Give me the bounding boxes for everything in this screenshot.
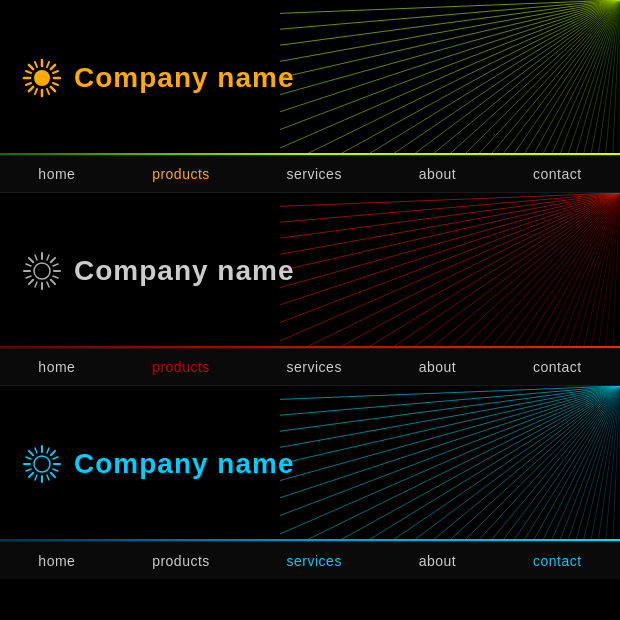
svg-line-56 <box>35 62 37 67</box>
bottom-line-green <box>0 153 620 155</box>
svg-line-61 <box>47 62 49 67</box>
svg-point-169 <box>34 456 50 472</box>
svg-line-50 <box>29 64 33 68</box>
svg-line-116 <box>26 264 31 266</box>
svg-line-114 <box>51 257 55 261</box>
logo-area-3: Company name <box>20 442 295 486</box>
wave-bg-green <box>280 0 620 155</box>
svg-line-177 <box>29 472 33 476</box>
logo-icon-cyan <box>20 442 64 486</box>
svg-line-121 <box>53 264 58 266</box>
nav-bar-1: home products services about contact <box>0 155 620 193</box>
nav-bar-3: home products services about contact <box>0 541 620 579</box>
svg-line-144 <box>316 386 620 541</box>
svg-line-176 <box>51 450 55 454</box>
nav-products-2[interactable]: products <box>144 355 218 379</box>
svg-line-23 <box>287 0 620 155</box>
svg-line-180 <box>35 448 37 453</box>
svg-line-154 <box>280 386 620 453</box>
logo-area-2: Company name <box>20 249 295 293</box>
svg-line-182 <box>26 469 31 471</box>
svg-line-20 <box>316 0 620 155</box>
company-name-2: Company name <box>74 255 295 287</box>
svg-line-51 <box>51 86 55 90</box>
svg-line-60 <box>35 89 37 94</box>
svg-line-120 <box>26 276 31 278</box>
svg-line-181 <box>47 475 49 480</box>
svg-line-95 <box>280 193 620 208</box>
svg-point-107 <box>34 263 50 279</box>
company-name-1: Company name <box>74 62 295 94</box>
nav-services-3[interactable]: services <box>279 549 350 573</box>
bottom-line-red <box>0 346 620 348</box>
svg-line-33 <box>280 0 620 15</box>
svg-line-112 <box>29 257 33 261</box>
svg-line-174 <box>29 450 33 454</box>
wave-bg-cyan <box>280 386 620 541</box>
svg-line-30 <box>280 0 620 67</box>
logo-icon-red <box>20 249 64 293</box>
svg-line-119 <box>47 282 49 287</box>
svg-line-85 <box>287 193 620 348</box>
svg-line-55 <box>53 83 58 85</box>
svg-point-45 <box>34 70 50 86</box>
nav-home-1[interactable]: home <box>30 162 83 186</box>
svg-line-123 <box>47 255 49 260</box>
company-name-3: Company name <box>74 448 295 480</box>
svg-line-15 <box>376 0 620 155</box>
svg-line-184 <box>35 475 37 480</box>
svg-line-137 <box>404 386 620 541</box>
svg-line-117 <box>53 276 58 278</box>
nav-about-3[interactable]: about <box>411 549 465 573</box>
svg-line-183 <box>53 457 58 459</box>
nav-contact-2[interactable]: contact <box>525 355 590 379</box>
wave-bg-red <box>280 193 620 348</box>
svg-line-79 <box>350 193 620 348</box>
nav-home-2[interactable]: home <box>30 355 83 379</box>
svg-line-185 <box>47 448 49 453</box>
nav-products-1[interactable]: products <box>144 162 218 186</box>
svg-line-115 <box>29 279 33 283</box>
svg-line-157 <box>280 386 620 401</box>
panel-green: Company name <box>0 0 620 155</box>
svg-line-17 <box>350 0 620 155</box>
nav-contact-3[interactable]: contact <box>525 549 590 573</box>
panel-cyan: Company name <box>0 386 620 541</box>
nav-bar-2: home products services about contact <box>0 348 620 386</box>
svg-line-54 <box>26 71 31 73</box>
svg-line-118 <box>35 255 37 260</box>
svg-line-13 <box>404 0 620 155</box>
svg-line-175 <box>51 472 55 476</box>
nav-products-3[interactable]: products <box>144 549 218 573</box>
nav-about-1[interactable]: about <box>411 162 465 186</box>
nav-home-3[interactable]: home <box>30 549 83 573</box>
bottom-line-cyan <box>0 539 620 541</box>
svg-line-53 <box>29 86 33 90</box>
svg-line-82 <box>316 193 620 348</box>
logo-icon-green <box>20 56 64 100</box>
svg-line-77 <box>376 193 620 348</box>
svg-line-122 <box>35 282 37 287</box>
svg-line-59 <box>53 71 58 73</box>
svg-line-75 <box>404 193 620 348</box>
panel-red: Company name <box>0 193 620 348</box>
svg-line-58 <box>26 83 31 85</box>
svg-line-179 <box>53 469 58 471</box>
logo-area: Company name <box>20 56 295 100</box>
nav-about-2[interactable]: about <box>411 355 465 379</box>
svg-line-92 <box>280 193 620 260</box>
svg-line-178 <box>26 457 31 459</box>
nav-services-1[interactable]: services <box>279 162 350 186</box>
nav-contact-1[interactable]: contact <box>525 162 590 186</box>
svg-line-113 <box>51 279 55 283</box>
svg-line-57 <box>47 89 49 94</box>
svg-line-52 <box>51 64 55 68</box>
svg-line-141 <box>350 386 620 541</box>
nav-services-2[interactable]: services <box>279 355 350 379</box>
svg-line-147 <box>287 386 620 541</box>
svg-line-139 <box>376 386 620 541</box>
